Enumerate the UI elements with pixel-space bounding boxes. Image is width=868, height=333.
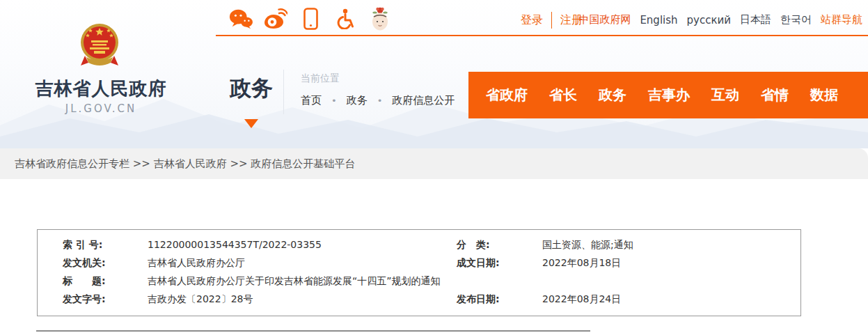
china-gov-link[interactable]: 中国政府网 [578, 13, 631, 26]
weibo-icon[interactable] [263, 6, 288, 31]
breadcrumb-separator-icon: • [331, 95, 337, 106]
location-breadcrumb: 首页 • 政务 • 政府信息公开 [301, 94, 455, 107]
index-number-label: 索 引 号: [63, 239, 102, 251]
header-vertical-divider [283, 70, 284, 114]
nav-item-governor[interactable]: 省长 [549, 86, 577, 104]
main-nav: 省政府 省长 政务 吉事办 互动 省情 数据 [468, 72, 868, 118]
issuing-agency-value: 吉林省人民政府办公厅 [148, 257, 245, 270]
document-meta-table: 索 引 号: 11220000013544357T/2022-03355 分 类… [37, 229, 801, 316]
nav-item-government-affairs[interactable]: 政务 [599, 86, 626, 104]
page: 吉林省人民政府 JL.GOV.CN [0, 0, 868, 333]
current-location-label: 当前位置 [301, 72, 340, 85]
lang-russian-link[interactable]: русский [687, 14, 731, 26]
utility-links: 中国政府网 English русский 日本語 한국어 站群导航 [578, 13, 862, 26]
top-icon-row [228, 6, 393, 32]
nav-item-province-overview[interactable]: 省情 [761, 86, 789, 104]
mobile-icon[interactable] [298, 6, 323, 31]
lang-korean-link[interactable]: 한국어 [780, 13, 812, 26]
written-date-value: 2022年08月18日 [542, 257, 621, 270]
nav-item-interaction[interactable]: 互动 [711, 86, 739, 104]
document-number-label: 发文字号: [63, 293, 106, 306]
account-links: 登录 注册 [521, 12, 583, 29]
category-label: 分 类: [457, 239, 490, 251]
meta-row-index-category: 索 引 号: 11220000013544357T/2022-03355 分 类… [38, 239, 800, 257]
breadcrumb-zhengwu-link[interactable]: 政务 [347, 94, 368, 107]
document-title-label: 标 题: [63, 275, 106, 288]
site-group-nav-link[interactable]: 站群导航 [821, 13, 862, 26]
nav-item-jishiban[interactable]: 吉事办 [648, 86, 690, 104]
site-title: 吉林省人民政府 [35, 77, 167, 101]
breadcrumb-info-disclosure-link[interactable]: 政府信息公开 [392, 94, 455, 107]
content-divider [36, 330, 590, 332]
breadcrumb-separator-icon: • [377, 95, 383, 106]
written-date-label: 成文日期: [457, 257, 500, 270]
accessibility-icon[interactable] [333, 6, 358, 31]
meta-row-issuer-date: 发文机关: 吉林省人民政府办公厅 成文日期: 2022年08月18日 [38, 257, 800, 275]
document-number-value: 吉政办发〔2022〕28号 [148, 293, 253, 306]
login-link[interactable]: 登录 [521, 13, 543, 28]
lang-japanese-link[interactable]: 日本語 [740, 13, 771, 26]
wechat-icon[interactable] [228, 6, 253, 31]
document-title-value: 吉林省人民政府办公厅关于印发吉林省能源发展“十四五”规划的通知 [148, 275, 441, 288]
publish-date-value: 2022年08月24日 [542, 293, 621, 306]
meta-row-docnumber-publishdate: 发文字号: 吉政办发〔2022〕28号 发布日期: 2022年08月24日 [38, 293, 800, 311]
platform-breadcrumb-text[interactable]: 吉林省政府信息公开专栏 >> 吉林省人民政府 >> 政府信息公开基础平台 [15, 148, 355, 179]
section-arrow-icon [244, 119, 258, 128]
platform-breadcrumb-bar: 吉林省政府信息公开专栏 >> 吉林省人民政府 >> 政府信息公开基础平台 [0, 148, 868, 179]
nav-item-provincial-government[interactable]: 省政府 [486, 86, 528, 104]
publish-date-label: 发布日期: [457, 293, 500, 306]
mascot-icon[interactable] [368, 6, 393, 31]
login-register-divider [551, 12, 552, 29]
index-number-value: 11220000013544357T/2022-03355 [148, 239, 322, 250]
meta-row-title: 标 题: 吉林省人民政府办公厅关于印发吉林省能源发展“十四五”规划的通知 [38, 275, 800, 293]
lang-english-link[interactable]: English [640, 14, 677, 26]
site-domain: JL.GOV.CN [35, 102, 167, 115]
breadcrumb-home-link[interactable]: 首页 [301, 94, 322, 107]
nav-item-data[interactable]: 数据 [810, 86, 838, 104]
category-value: 国土资源、能源;通知 [542, 239, 633, 251]
issuing-agency-label: 发文机关: [63, 257, 106, 270]
national-emblem-logo [79, 21, 120, 70]
section-title: 政务 [230, 74, 273, 103]
header-accent-rule [216, 35, 868, 36]
site-header: 吉林省人民政府 JL.GOV.CN [0, 0, 868, 148]
